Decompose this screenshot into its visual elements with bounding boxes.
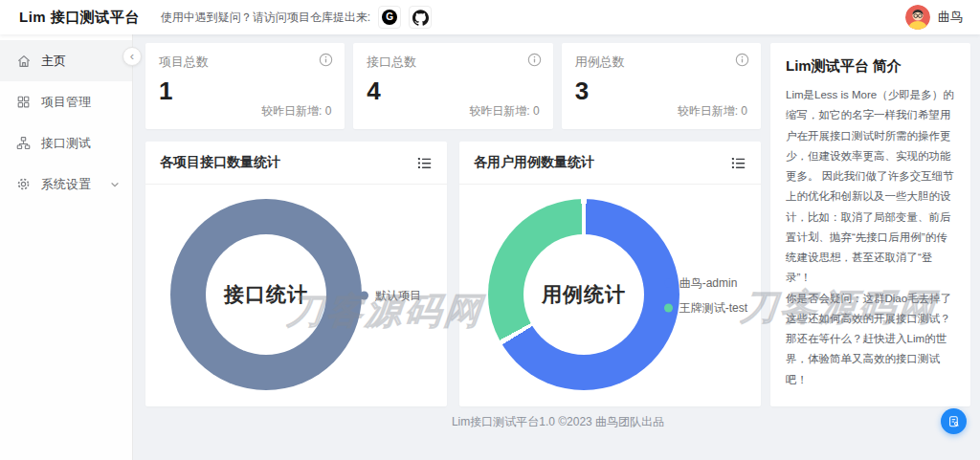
document-search-icon [947, 415, 961, 428]
stat-delta: 较昨日新增: 0 [678, 103, 747, 120]
intro-paragraph-3: 那还在等什么？赶快进入Lim的世界，体验简单又高效的接口测试吧！ [786, 329, 955, 390]
user-avatar [905, 5, 930, 30]
intro-paragraph-1: Lim是Less is More（少即是多）的缩写，如它的名字一样我们希望用户在… [786, 85, 955, 289]
sidebar-item-1[interactable]: 项目管理 [0, 81, 132, 122]
donut-center-label: 用例统计 [488, 199, 679, 390]
gitee-button[interactable]: G [378, 6, 401, 29]
intro-panel: Lim测试平台 简介 Lim是Less is More（少即是多）的缩写，如它的… [770, 43, 970, 406]
top-header: Lim 接口测试平台 使用中遇到疑问？请访问项目仓库提出来: G [0, 0, 980, 34]
github-icon [412, 10, 429, 26]
home-icon [16, 54, 32, 69]
sidebar-collapse-button[interactable]: ‹ [122, 47, 142, 66]
stat-value: 3 [575, 77, 747, 106]
username-label: 曲鸟 [938, 9, 963, 26]
footer-copyright: Lim接口测试平台1.0 ©2023 曲鸟团队出品 [145, 406, 970, 437]
api-test-icon [16, 136, 32, 151]
stat-card-apis: 接口总数 4 较昨日新增: 0 [353, 43, 552, 129]
stats-row: 项目总数 1 较昨日新增: 0 接口总数 4 [145, 43, 761, 129]
right-column: Lim测试平台 简介 Lim是Less is More（少即是多）的缩写，如它的… [770, 43, 970, 406]
intro-paragraph-2: 你是否会疑问：这群Diao毛去掉了这些还如何高效的开展接口测试？ [786, 289, 955, 330]
sidebar-item-label: 系统设置 [41, 176, 91, 193]
sidebar-item-3[interactable]: 系统设置 [0, 164, 132, 205]
main-content: 项目总数 1 较昨日新增: 0 接口总数 4 [133, 34, 980, 460]
chart-title: 各用户用例数量统计 [474, 154, 594, 171]
stat-delta: 较昨日新增: 0 [469, 103, 539, 120]
sidebar-item-2[interactable]: 接口测试 [0, 122, 132, 164]
sidebar-menu: 主页项目管理接口测试系统设置 [0, 40, 132, 205]
project-api-chart-card: 各项目接口数量统计 接口统计 默认项目 [145, 142, 447, 406]
gear-icon [16, 177, 32, 192]
stat-label: 接口总数 [367, 54, 539, 71]
donut-chart-api: 接口统计 默认项目 [145, 185, 447, 405]
app-title: Lim 接口测试平台 [19, 9, 140, 27]
legend-item[interactable]: 默认项目 [360, 287, 421, 303]
donut-chart-cases: 用例统计 曲鸟-admin王牌测试-test [459, 185, 761, 405]
sidebar: 主页项目管理接口测试系统设置 ‹ [0, 34, 133, 460]
chart-title: 各项目接口数量统计 [160, 154, 280, 171]
info-icon[interactable] [527, 53, 542, 67]
stat-value: 4 [367, 77, 539, 106]
projects-icon [16, 95, 32, 110]
sidebar-item-label: 主页 [41, 53, 66, 70]
github-button[interactable] [409, 6, 432, 29]
charts-row: 各项目接口数量统计 接口统计 默认项目 [145, 142, 761, 406]
chart-legend: 默认项目 [360, 287, 421, 303]
info-icon[interactable] [735, 53, 749, 67]
stat-card-projects: 项目总数 1 较昨日新增: 0 [145, 43, 345, 129]
info-icon[interactable] [319, 53, 333, 67]
left-column: 项目总数 1 较昨日新增: 0 接口总数 4 [145, 43, 761, 406]
stat-card-cases: 用例总数 3 较昨日新增: 0 [562, 43, 761, 129]
sidebar-item-label: 接口测试 [41, 135, 91, 152]
sidebar-item-label: 项目管理 [41, 94, 91, 111]
repo-helper-text: 使用中遇到疑问？请访问项目仓库提出来: [161, 10, 370, 26]
user-case-chart-card: 各用户用例数量统计 用例统计 曲鸟-admin王牌测试-te [459, 142, 761, 406]
list-toggle-icon[interactable] [416, 155, 433, 171]
stat-delta: 较昨日新增: 0 [261, 103, 331, 120]
legend-label: 默认项目 [375, 287, 421, 303]
legend-label: 曲鸟-admin [679, 274, 738, 291]
stat-label: 项目总数 [159, 54, 331, 71]
stat-label: 用例总数 [575, 54, 747, 71]
legend-label: 王牌测试-test [679, 299, 747, 316]
stat-value: 1 [159, 77, 331, 106]
intro-title: Lim测试平台 简介 [786, 57, 955, 76]
list-toggle-icon[interactable] [730, 155, 746, 171]
gitee-icon: G [382, 10, 397, 25]
sidebar-item-0[interactable]: 主页 [0, 40, 132, 81]
dashboard-page: Lim 接口测试平台 使用中遇到疑问？请访问项目仓库提出来: G [0, 0, 980, 460]
user-menu[interactable]: 曲鸟 [905, 5, 963, 30]
docs-float-button[interactable] [941, 408, 967, 434]
donut-center-label: 接口统计 [170, 199, 362, 390]
